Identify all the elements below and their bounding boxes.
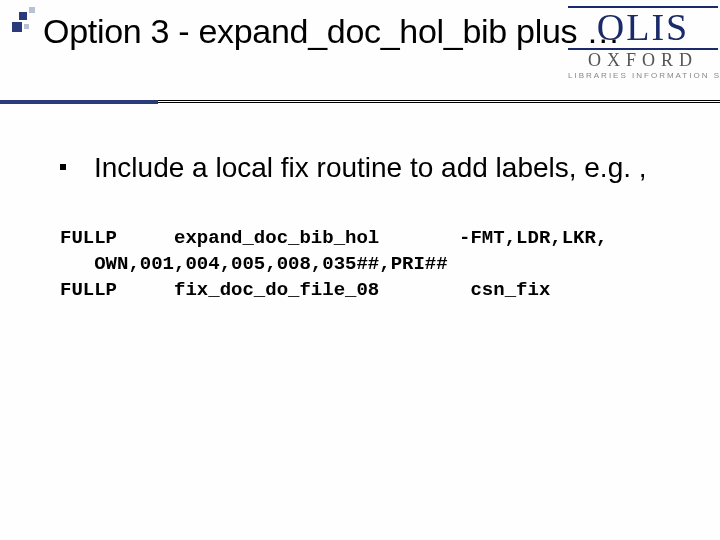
- logo-brand: OLIS: [568, 6, 718, 50]
- code-line: FULLP expand_doc_bib_hol -FMT,LDR,LKR,: [60, 227, 607, 249]
- code-line: OWN,001,004,005,008,035##,PRI##: [60, 253, 448, 275]
- bullet-icon: [60, 164, 66, 170]
- slide-title: Option 3 - expand_doc_hol_bib plus …: [43, 10, 620, 53]
- logo-org: OXFORD: [568, 50, 718, 71]
- slide-body: Include a local fix routine to add label…: [60, 150, 660, 303]
- corner-decoration: [12, 4, 40, 44]
- code-line: FULLP fix_doc_do_file_08 csn_fix: [60, 279, 550, 301]
- olis-logo: OLIS OXFORD LIBRARIES INFORMATION SYSTEM: [568, 6, 718, 80]
- bullet-text: Include a local fix routine to add label…: [94, 150, 647, 186]
- logo-subtitle: LIBRARIES INFORMATION SYSTEM: [568, 71, 718, 80]
- bullet-item: Include a local fix routine to add label…: [60, 150, 660, 186]
- title-rule-accent: [0, 100, 158, 104]
- code-block: FULLP expand_doc_bib_hol -FMT,LDR,LKR, O…: [60, 226, 660, 303]
